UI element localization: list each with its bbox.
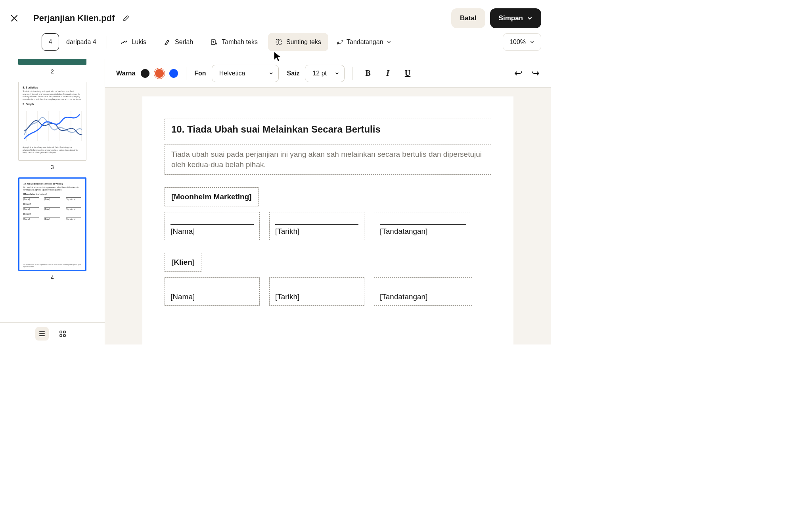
- sig-date-field[interactable]: [Tarikh]: [269, 277, 364, 306]
- font-label: Fon: [194, 70, 206, 77]
- toolbar: 4 daripada 4 Lukis Serlah Tambah teks Su…: [0, 31, 551, 59]
- party-b-label: [Klien]: [171, 258, 195, 267]
- color-orange-selected[interactable]: [155, 69, 164, 78]
- highlight-label: Serlah: [175, 38, 193, 46]
- color-black[interactable]: [141, 69, 149, 78]
- sig-name-field[interactable]: [Nama]: [165, 212, 260, 240]
- size-select[interactable]: 12 pt: [305, 65, 345, 82]
- add-text-icon: [211, 38, 218, 46]
- svg-rect-9: [63, 331, 65, 333]
- thumbnail-sidebar: 2 8. Statistics Statistics is the study …: [0, 59, 105, 344]
- svg-rect-11: [63, 335, 65, 337]
- redo-button[interactable]: [531, 69, 540, 78]
- chevron-down-icon: [335, 71, 339, 76]
- document-canvas[interactable]: 10. Tiada Ubah suai Melainkan Secara Ber…: [105, 88, 551, 344]
- separator: [107, 36, 107, 48]
- draw-label: Lukis: [132, 38, 146, 46]
- header-bar: Perjanjian Klien.pdf Batal Simpan: [0, 0, 551, 31]
- svg-rect-8: [60, 331, 62, 333]
- sign-label: Tandatangan: [347, 38, 383, 46]
- color-blue[interactable]: [169, 69, 178, 78]
- document-page[interactable]: 10. Tiada Ubah suai Melainkan Secara Ber…: [142, 96, 513, 344]
- redo-icon: [531, 69, 540, 78]
- cancel-button[interactable]: Batal: [451, 8, 485, 28]
- thumbnail-page-3[interactable]: 8. Statistics Statistics is the study an…: [18, 82, 86, 161]
- draw-tool[interactable]: Lukis: [113, 33, 153, 51]
- zoom-dropdown[interactable]: 100%: [503, 33, 541, 51]
- list-view-button[interactable]: [35, 327, 49, 341]
- highlight-tool[interactable]: Serlah: [157, 33, 200, 51]
- size-value: 12 pt: [312, 70, 327, 77]
- chart-icon: [23, 107, 82, 144]
- app-root: Perjanjian Klien.pdf Batal Simpan 4 dari…: [0, 0, 551, 344]
- page-total-label: daripada 4: [66, 38, 96, 46]
- sig-signature-field[interactable]: [Tandatangan]: [374, 212, 472, 240]
- edit-text-icon: [275, 38, 282, 46]
- chevron-down-icon: [269, 71, 274, 76]
- thumbnail-list[interactable]: 2 8. Statistics Statistics is the study …: [0, 59, 105, 322]
- bold-button[interactable]: B: [361, 66, 375, 81]
- sign-tool[interactable]: Tandatangan: [331, 33, 396, 51]
- signature-row-a: [Nama] [Tarikh] [Tandatangan]: [165, 212, 491, 240]
- svg-rect-10: [60, 335, 62, 337]
- text-block-party-b[interactable]: [Klien]: [165, 253, 201, 272]
- format-toolbar: Warna Fon Helvetica Saiz 12 pt B I U: [105, 59, 551, 88]
- party-a-label: [Moonhelm Marketing]: [171, 192, 252, 201]
- undo-icon: [514, 69, 523, 78]
- view-switcher: [0, 322, 105, 344]
- close-button[interactable]: [10, 13, 19, 23]
- zoom-label: 100%: [509, 38, 526, 46]
- sig-name-field[interactable]: [Nama]: [165, 277, 260, 306]
- main-panel: Warna Fon Helvetica Saiz 12 pt B I U: [105, 59, 551, 344]
- highlighter-icon: [164, 38, 171, 46]
- thumbnail-number: 4: [51, 274, 54, 281]
- signature-row-b: [Nama] [Tarikh] [Tandatangan]: [165, 277, 491, 306]
- separator: [352, 67, 353, 80]
- section-body-text: Tiada ubah suai pada perjanjian ini yang…: [171, 149, 485, 169]
- sig-date-field[interactable]: [Tarikh]: [269, 212, 364, 240]
- list-icon: [38, 330, 46, 337]
- italic-button[interactable]: I: [381, 66, 395, 81]
- chevron-down-icon: [387, 40, 391, 44]
- text-block-section-body[interactable]: Tiada ubah suai pada perjanjian ini yang…: [165, 144, 491, 175]
- separator: [186, 67, 186, 80]
- save-button-label: Simpan: [499, 14, 523, 22]
- thumbnail-number: 3: [51, 164, 54, 170]
- thumbnail-page-2[interactable]: [18, 59, 86, 65]
- page-number-input[interactable]: 4: [42, 33, 59, 51]
- thumbnail-number: 2: [51, 68, 54, 75]
- thumbnail-page-4[interactable]: 10. No Modifications Unless In Writing N…: [18, 177, 86, 271]
- grid-icon: [59, 330, 66, 337]
- rename-button[interactable]: [122, 14, 130, 23]
- underline-button[interactable]: U: [400, 66, 415, 81]
- size-label: Saiz: [287, 70, 299, 77]
- font-value: Helvetica: [219, 70, 245, 77]
- edit-text-tool[interactable]: Sunting teks: [268, 33, 328, 51]
- document-title: Perjanjian Klien.pdf: [33, 13, 115, 23]
- chevron-down-icon: [527, 15, 532, 21]
- text-block-section-title[interactable]: 10. Tiada Ubah suai Melainkan Secara Ber…: [165, 119, 491, 140]
- grid-view-button[interactable]: [56, 327, 69, 341]
- color-label: Warna: [116, 70, 135, 77]
- save-button[interactable]: Simpan: [490, 8, 541, 28]
- signature-icon: [336, 38, 343, 46]
- sig-signature-field[interactable]: [Tandatangan]: [374, 277, 472, 306]
- chevron-down-icon: [530, 40, 534, 44]
- close-icon: [10, 14, 18, 22]
- body: 2 8. Statistics Statistics is the study …: [0, 59, 551, 344]
- add-text-label: Tambah teks: [222, 38, 258, 46]
- font-select[interactable]: Helvetica: [212, 65, 279, 82]
- squiggle-icon: [121, 38, 128, 46]
- edit-text-label: Sunting teks: [286, 38, 321, 46]
- add-text-tool[interactable]: Tambah teks: [203, 33, 265, 51]
- section-title-text: 10. Tiada Ubah suai Melainkan Secara Ber…: [171, 124, 485, 135]
- text-block-party-a[interactable]: [Moonhelm Marketing]: [165, 187, 259, 206]
- undo-button[interactable]: [514, 69, 523, 78]
- pencil-icon: [123, 15, 129, 21]
